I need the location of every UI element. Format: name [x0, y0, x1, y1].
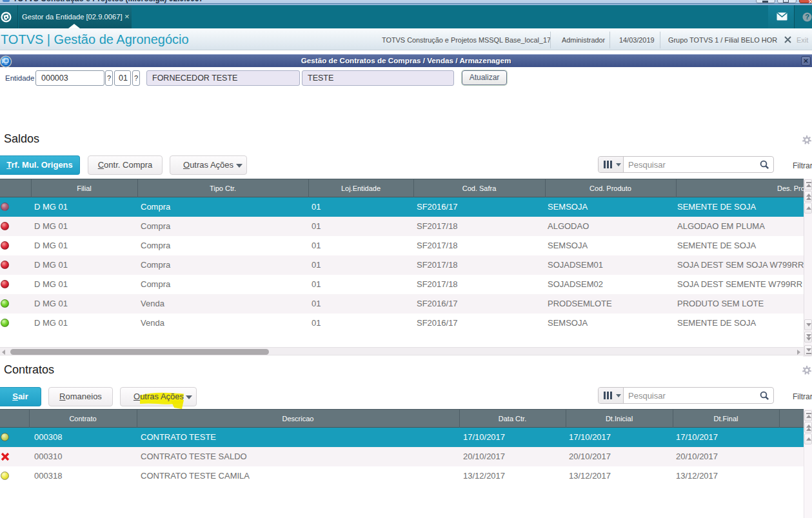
svg-text:?: ? — [805, 13, 809, 21]
